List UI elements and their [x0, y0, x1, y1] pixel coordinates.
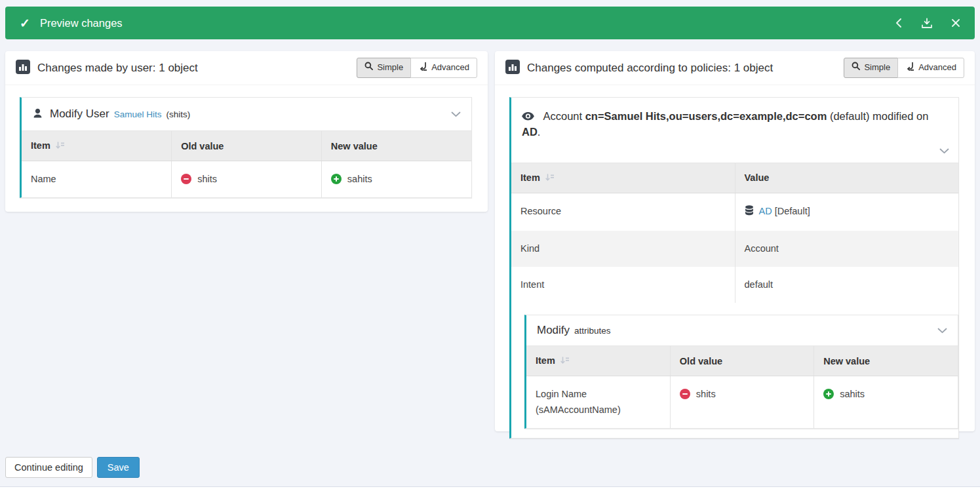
- close-icon[interactable]: [951, 18, 960, 28]
- continue-editing-button[interactable]: Continue editing: [5, 457, 92, 478]
- item-header-label: Item: [520, 172, 540, 183]
- new-value-text: sahits: [840, 389, 865, 399]
- item-header-label: Item: [31, 140, 50, 151]
- summary-prefix: Account: [543, 110, 585, 122]
- column-header-item[interactable]: Item: [22, 131, 172, 161]
- modify-user-box: Modify User Samuel Hits (shits) Item Old…: [20, 97, 472, 198]
- old-value-text: shits: [696, 389, 716, 399]
- item-cell: Resource: [511, 193, 735, 231]
- new-value-cell: sahits: [814, 376, 958, 428]
- column-header-new-value: New value: [321, 131, 471, 161]
- search-icon: [852, 62, 860, 73]
- old-value-cell: shits: [670, 376, 813, 428]
- column-header-value: Value: [735, 163, 958, 193]
- account-dn: cn=Samuel Hits,ou=users,dc=example,dc=co…: [585, 110, 827, 122]
- page-footer: [0, 486, 980, 491]
- removed-value-icon: [181, 174, 191, 184]
- object-oid: (shits): [166, 109, 190, 119]
- download-icon[interactable]: [921, 18, 933, 29]
- object-name-link[interactable]: Samuel Hits: [114, 109, 162, 119]
- value-cell: AD [Default]: [735, 193, 958, 231]
- user-changes-panel-header: Changes made by user: 1 object Simple: [5, 51, 488, 85]
- value-cell: default: [735, 267, 958, 303]
- modify-user-title: Modify User: [50, 108, 109, 121]
- new-value-text: sahits: [347, 174, 372, 184]
- account-properties-table: Item Value Resource AD [Default] Kind: [511, 163, 958, 304]
- user-icon: [32, 108, 43, 121]
- value-cell: Account: [735, 231, 958, 267]
- chevron-down-icon[interactable]: [937, 324, 947, 336]
- item-cell: Name: [22, 161, 172, 198]
- eye-icon: [522, 112, 537, 123]
- advanced-search-button[interactable]: Advanced: [410, 58, 477, 78]
- resource-name-bold: AD: [522, 126, 538, 138]
- column-header-new-value: New value: [814, 346, 958, 376]
- chevron-down-icon[interactable]: [451, 108, 461, 120]
- removed-value-icon: [680, 389, 690, 399]
- modify-attributes-subtitle: attributes: [574, 326, 611, 336]
- header-row: Item Value: [511, 163, 958, 193]
- header-row: Item Old value New value: [526, 346, 958, 376]
- panel-title: Changes made by user: 1 object: [37, 62, 357, 75]
- policy-changes-panel-body: Account cn=Samuel Hits,ou=users,dc=examp…: [495, 85, 975, 453]
- item-cell: Login Name (sAMAccountName): [526, 376, 670, 428]
- bar-chart-icon: [16, 60, 30, 77]
- user-changes-panel: Changes made by user: 1 object Simple: [5, 51, 488, 212]
- advanced-label: Advanced: [918, 62, 956, 73]
- panel-title: Changes computed according to policies: …: [527, 62, 844, 75]
- added-value-icon: [331, 174, 342, 184]
- simple-label: Simple: [377, 62, 403, 73]
- simple-search-button[interactable]: Simple: [844, 58, 898, 78]
- search-icon: [364, 62, 373, 73]
- modify-attributes-box: Modify attributes Item Old value New va: [524, 315, 958, 428]
- table-row: Kind Account: [511, 231, 958, 267]
- column-header-item[interactable]: Item: [526, 346, 670, 376]
- column-header-old-value: Old value: [670, 346, 813, 376]
- sort-icon: [56, 141, 65, 151]
- modify-attributes-title: Modify: [537, 324, 570, 337]
- table-row: Name shits sahits: [22, 161, 471, 198]
- advanced-label: Advanced: [431, 62, 469, 73]
- search-mode-toggle: Simple Advanced: [844, 58, 964, 78]
- simple-label: Simple: [864, 62, 890, 73]
- user-delta-table: Item Old value New value Name shits sahi…: [22, 130, 471, 197]
- banner-title: Preview changes: [40, 17, 123, 29]
- attributes-delta-table: Item Old value New value Login Name (sAM…: [526, 345, 958, 427]
- account-change-box: Account cn=Samuel Hits,ou=users,dc=examp…: [509, 97, 959, 439]
- new-value-cell: sahits: [321, 161, 471, 198]
- footer-actions: Continue editing Save: [5, 457, 140, 478]
- advanced-search-button[interactable]: Advanced: [897, 58, 964, 78]
- database-icon: [745, 207, 754, 218]
- modify-user-box-header: Modify User Samuel Hits (shits): [22, 98, 471, 130]
- policy-changes-panel-header: Changes computed according to policies: …: [495, 51, 975, 85]
- table-row: Intent default: [511, 267, 958, 303]
- summary-middle: (default) modified on: [827, 110, 928, 122]
- summary-suffix: .: [538, 126, 541, 138]
- check-icon: ✓: [20, 17, 30, 29]
- sort-icon: [560, 356, 570, 366]
- item-cell: Kind: [511, 231, 735, 267]
- resource-link[interactable]: AD: [759, 206, 772, 216]
- modify-attributes-box-header: Modify attributes: [526, 315, 958, 345]
- search-mode-toggle: Simple Advanced: [357, 58, 477, 78]
- account-summary: Account cn=Samuel Hits,ou=users,dc=examp…: [522, 110, 928, 138]
- banner-actions: [895, 18, 960, 29]
- sort-icon: [545, 173, 555, 184]
- bar-chart-icon: [505, 60, 520, 77]
- collapse-left-icon[interactable]: [895, 18, 903, 28]
- table-row: Resource AD [Default]: [511, 193, 958, 231]
- policy-changes-panel: Changes computed according to policies: …: [495, 51, 975, 431]
- column-header-item[interactable]: Item: [511, 163, 735, 193]
- header-row: Item Old value New value: [22, 131, 471, 161]
- account-box-header: Account cn=Samuel Hits,ou=users,dc=examp…: [511, 98, 958, 163]
- preview-changes-banner: ✓ Preview changes: [5, 7, 975, 39]
- chevron-down-icon[interactable]: [939, 145, 949, 157]
- old-value-text: shits: [197, 174, 217, 184]
- old-value-cell: shits: [172, 161, 322, 198]
- added-value-icon: [823, 389, 834, 399]
- save-button[interactable]: Save: [97, 457, 140, 478]
- advanced-search-icon: [905, 62, 914, 74]
- table-row: Login Name (sAMAccountName) shits sahits: [526, 376, 958, 428]
- user-changes-panel-body: Modify User Samuel Hits (shits) Item Old…: [5, 85, 488, 212]
- simple-search-button[interactable]: Simple: [357, 58, 411, 78]
